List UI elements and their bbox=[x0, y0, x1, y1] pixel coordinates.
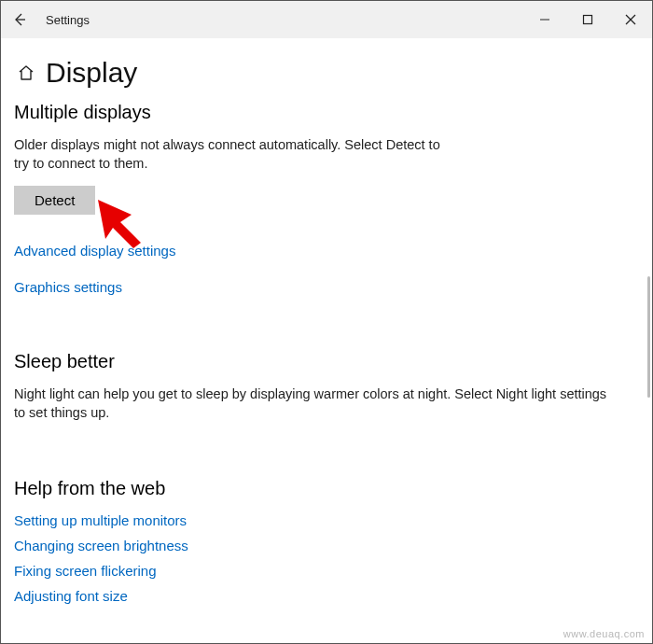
sleep-better-heading: Sleep better bbox=[14, 351, 639, 372]
sleep-better-description: Night light can help you get to sleep by… bbox=[14, 385, 611, 422]
close-button[interactable] bbox=[609, 1, 652, 38]
graphics-settings-link[interactable]: Graphics settings bbox=[14, 279, 122, 295]
back-button[interactable] bbox=[1, 1, 38, 38]
advanced-display-settings-link[interactable]: Advanced display settings bbox=[14, 243, 175, 259]
maximize-button[interactable] bbox=[566, 1, 609, 38]
minimize-icon bbox=[539, 14, 550, 25]
watermark: www.deuaq.com bbox=[563, 628, 645, 639]
page-header: Display bbox=[1, 38, 652, 102]
help-link-multiple-monitors[interactable]: Setting up multiple monitors bbox=[14, 512, 187, 528]
scrollbar[interactable] bbox=[647, 276, 650, 398]
content-area: Multiple displays Older displays might n… bbox=[1, 102, 652, 604]
window-title: Settings bbox=[46, 13, 90, 27]
multiple-displays-description: Older displays might not always connect … bbox=[14, 136, 443, 173]
window-controls bbox=[523, 1, 652, 38]
titlebar: Settings bbox=[1, 1, 652, 38]
detect-button[interactable]: Detect bbox=[14, 186, 95, 215]
home-icon bbox=[17, 63, 35, 82]
help-from-web-heading: Help from the web bbox=[14, 478, 639, 499]
help-link-font-size[interactable]: Adjusting font size bbox=[14, 588, 128, 604]
maximize-icon bbox=[582, 14, 593, 25]
minimize-button[interactable] bbox=[523, 1, 566, 38]
help-links-list: Setting up multiple monitors Changing sc… bbox=[14, 512, 639, 604]
back-arrow-icon bbox=[12, 12, 27, 27]
home-button[interactable] bbox=[14, 61, 38, 85]
help-link-screen-flickering[interactable]: Fixing screen flickering bbox=[14, 563, 157, 579]
multiple-displays-heading: Multiple displays bbox=[14, 102, 639, 123]
close-icon bbox=[625, 14, 636, 25]
help-link-screen-brightness[interactable]: Changing screen brightness bbox=[14, 538, 188, 553]
svg-rect-2 bbox=[584, 16, 592, 24]
page-title: Display bbox=[46, 57, 137, 89]
